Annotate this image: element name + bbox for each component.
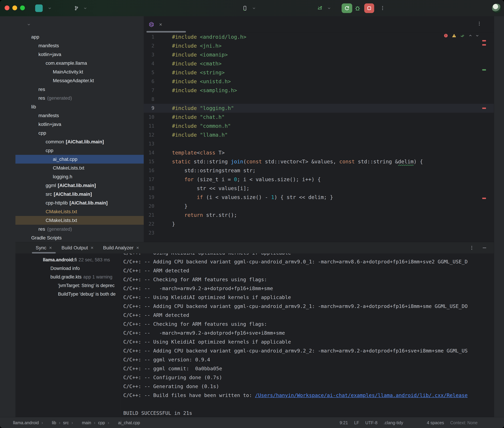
close-tab-icon[interactable]: ×	[49, 245, 52, 251]
problem-circle-icon[interactable]	[495, 420, 500, 425]
expand-icon[interactable]	[103, 21, 110, 28]
tree-row[interactable]: CMakeLists.txt	[16, 164, 144, 172]
code-line[interactable]: 10#include "chat.h"	[144, 113, 494, 122]
code-line[interactable]: 11#include "common.h"	[144, 122, 494, 131]
tree-row[interactable]: lib	[16, 102, 144, 111]
build-tree-row[interactable]: Download info	[29, 264, 120, 273]
chevron-right-icon[interactable]	[18, 235, 23, 241]
tree-row[interactable]: cpp-httplib[AiChat.lib.main]	[16, 198, 144, 207]
breadcrumb-item[interactable]: src	[63, 420, 69, 425]
tree-row[interactable]: kotlin+java	[16, 50, 144, 59]
code-line[interactable]: 18 str << values[i];	[144, 184, 494, 193]
stop-button[interactable]	[364, 3, 374, 13]
close-tab-icon[interactable]: ×	[91, 245, 94, 251]
close-tab-icon[interactable]: ×	[136, 245, 139, 251]
build-tree-row[interactable]: 'jvmTarget: String' is deprec	[29, 281, 120, 290]
chevron-right-icon[interactable]	[25, 122, 31, 127]
tree-row[interactable]: res(generated)	[16, 225, 144, 233]
code-line[interactable]: 14template<class T>	[144, 148, 494, 157]
debug-button[interactable]	[354, 4, 361, 12]
tree-row[interactable]: manifests	[16, 111, 144, 120]
branch-selector[interactable]	[74, 0, 87, 16]
tree-row[interactable]: cpp	[16, 129, 144, 137]
build-options-icon[interactable]	[469, 245, 474, 250]
code-line[interactable]: 19 if (i < values.size() - 1) { str << d…	[144, 193, 494, 202]
stop-square-icon[interactable]	[19, 266, 25, 272]
code-line[interactable]: 7#include <sampling.h>	[144, 86, 494, 95]
code-line[interactable]: 6#include <unistd.h>	[144, 77, 494, 86]
unlock-icon[interactable]	[484, 420, 488, 425]
formatter-icon[interactable]	[409, 420, 414, 425]
rerun-sync-icon[interactable]	[19, 256, 25, 262]
code-line[interactable]: 5#include <string>	[144, 68, 494, 77]
minimize-window-button[interactable]	[12, 6, 17, 10]
code-line[interactable]: 8	[144, 95, 494, 104]
rerun-button[interactable]	[342, 3, 352, 13]
chevron-down-icon[interactable]	[25, 52, 31, 57]
code-line[interactable]: 23	[144, 229, 494, 237]
tree-row[interactable]: MessageAdapter.kt	[16, 76, 144, 85]
breadcrumb-item[interactable]: cpp	[98, 420, 105, 425]
chevron-down-icon[interactable]	[30, 257, 35, 262]
status-4-spaces[interactable]: 4 spaces	[420, 420, 444, 425]
code-line[interactable]: 9#include "logging.h"	[144, 104, 494, 113]
hide-icon[interactable]	[134, 21, 141, 28]
code-line[interactable]: 21 return str.str();	[144, 211, 494, 220]
status--clang-tidy[interactable]: .clang-tidy	[384, 420, 403, 425]
code-line[interactable]: 12#include "llama.h"	[144, 131, 494, 140]
chevron-right-icon[interactable]	[32, 191, 38, 197]
build-tab-build-output[interactable]: Build Output×	[57, 242, 98, 254]
build-tree-row[interactable]: BuildType 'debug' is both de	[29, 290, 120, 298]
code-line[interactable]: 22}	[144, 220, 494, 229]
code-line[interactable]: 15static std::string join(const std::vec…	[144, 157, 494, 166]
chevron-down-icon[interactable]	[38, 274, 43, 280]
options-icon[interactable]	[124, 21, 130, 28]
more-actions-icon[interactable]	[379, 4, 386, 12]
tree-row[interactable]: cpp	[16, 146, 144, 155]
run-configuration-selector[interactable]	[317, 0, 331, 16]
code-line[interactable]: 16 std::ostringstream str;	[144, 166, 494, 175]
code-editor[interactable]: 1#include <android/log.h>2#include <jni.…	[144, 33, 494, 242]
status-utf-8[interactable]: UTF-8	[365, 420, 377, 425]
breadcrumb-item[interactable]: main	[76, 420, 91, 425]
chevron-right-icon[interactable]	[25, 43, 31, 49]
chevron-down-icon[interactable]	[18, 104, 23, 110]
code-line[interactable]: 13	[144, 140, 494, 148]
add-icon[interactable]	[83, 21, 89, 28]
zoom-window-button[interactable]	[20, 6, 25, 10]
chevron-right-icon[interactable]	[32, 183, 38, 188]
tree-row[interactable]: Gradle Scripts	[16, 233, 144, 242]
code-line[interactable]: 1#include <android/log.h>	[144, 33, 494, 41]
code-line[interactable]: 3#include <iomanip>	[144, 50, 494, 59]
tree-row[interactable]: res(generated)	[16, 94, 144, 102]
user-avatar[interactable]	[492, 3, 501, 13]
tree-row[interactable]: manifests	[16, 41, 144, 50]
tree-row[interactable]: app	[16, 33, 144, 41]
filter-icon[interactable]	[19, 286, 25, 292]
locate-icon[interactable]	[93, 21, 99, 28]
tree-row[interactable]: kotlin+java	[16, 120, 144, 129]
code-line[interactable]: 2#include <jni.h>	[144, 41, 494, 50]
hide-build-panel-icon[interactable]	[482, 245, 487, 250]
project-view-selector[interactable]	[25, 22, 31, 27]
tree-row[interactable]: logging.h	[16, 172, 144, 181]
chevron-down-icon[interactable]	[32, 60, 38, 66]
chevron-right-icon[interactable]	[25, 87, 31, 92]
tree-row[interactable]: CMakeLists.txt	[16, 216, 144, 225]
code-line[interactable]: 17 for (size_t i = 0; i < values.size();…	[144, 175, 494, 184]
status-lf[interactable]: LF	[354, 420, 359, 425]
tree-row[interactable]: com.example.llama	[16, 59, 144, 67]
chevron-right-icon[interactable]	[25, 113, 31, 118]
chevron-down-icon[interactable]	[32, 148, 38, 153]
build-tree-row[interactable]: build.gradle.ktsapp 1 warning	[29, 273, 120, 281]
close-tab-icon[interactable]: ×	[159, 22, 162, 27]
project-selector[interactable]	[45, 0, 52, 16]
build-tree-row[interactable]: llama.android: fi22 sec, 583 ms	[29, 255, 120, 264]
device-selector[interactable]	[242, 0, 256, 16]
editor-options-icon[interactable]	[477, 21, 482, 26]
tree-row[interactable]: ggml[AiChat.lib.main]	[16, 181, 144, 190]
build-tab-sync[interactable]: Sync×	[31, 242, 57, 254]
close-window-button[interactable]	[5, 6, 9, 10]
chevron-down-icon[interactable]	[25, 130, 31, 136]
tree-row[interactable]: CMakeLists.txt	[16, 207, 144, 216]
